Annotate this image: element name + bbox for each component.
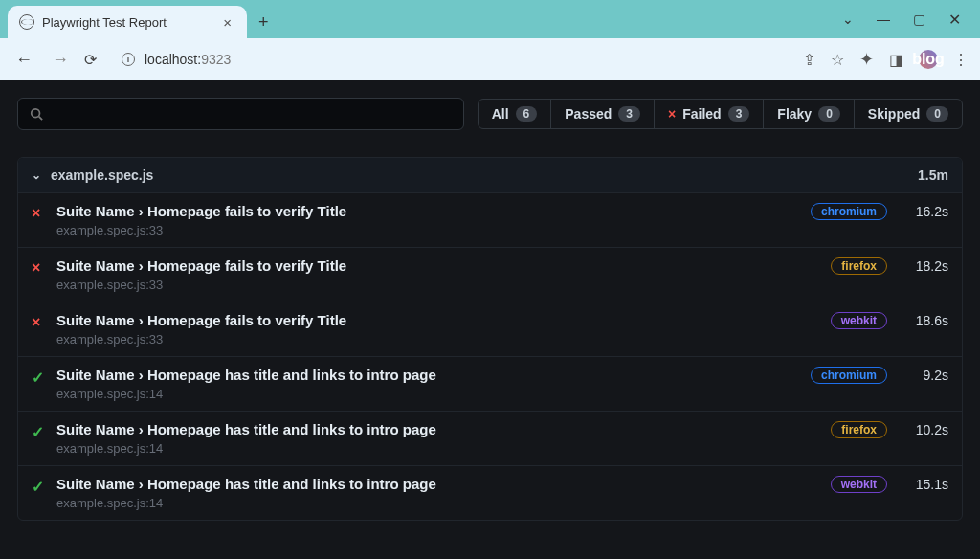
test-location: example.spec.js:14	[56, 441, 821, 456]
filter-all[interactable]: All 6	[479, 100, 552, 128]
test-title: Suite Name › Homepage fails to verify Ti…	[56, 257, 821, 274]
tab-strip: Playwright Test Report × +	[0, 0, 280, 38]
test-title: Suite Name › Homepage has title and link…	[56, 476, 821, 492]
test-duration: 15.1s	[908, 477, 948, 492]
check-icon: ✓	[32, 369, 47, 387]
filter-label: Passed	[565, 106, 612, 122]
test-meta: chromium9.2s	[811, 367, 948, 384]
filter-label: Failed	[682, 106, 721, 122]
nav-forward-button[interactable]: →	[48, 46, 73, 74]
bookmark-icon[interactable]: ☆	[831, 51, 844, 69]
count-badge: 0	[818, 106, 840, 122]
filter-skipped[interactable]: Skipped 0	[855, 100, 962, 128]
tab-close-icon[interactable]: ×	[219, 14, 235, 31]
filter-passed[interactable]: Passed 3	[551, 100, 655, 128]
test-location: example.spec.js:14	[56, 496, 821, 510]
filter-label: All	[492, 106, 509, 122]
address-text: localhost:9323	[145, 52, 231, 67]
count-badge: 6	[516, 106, 538, 122]
test-location: example.spec.js:14	[56, 387, 801, 401]
tab-title: Playwright Test Report	[42, 15, 167, 30]
test-row[interactable]: ✓Suite Name › Homepage has title and lin…	[18, 356, 962, 411]
search-input[interactable]	[17, 98, 464, 130]
toolbar-actions: ⇪ ☆ ✦ ◨ blog ⋮	[803, 49, 969, 70]
test-info: Suite Name › Homepage has title and link…	[56, 367, 801, 401]
browser-tab[interactable]: Playwright Test Report ×	[8, 6, 247, 38]
address-bar[interactable]: i localhost:9323	[108, 44, 791, 75]
test-title: Suite Name › Homepage has title and link…	[56, 421, 821, 437]
count-badge: 3	[728, 106, 750, 122]
test-location: example.spec.js:33	[56, 223, 801, 237]
test-info: Suite Name › Homepage has title and link…	[56, 421, 821, 456]
profile-extension-icon[interactable]: blog	[919, 50, 938, 69]
test-location: example.spec.js:33	[56, 278, 821, 292]
test-duration: 18.2s	[908, 258, 948, 274]
test-row[interactable]: ×Suite Name › Homepage fails to verify T…	[18, 192, 962, 247]
test-file-group: ⌄ example.spec.js 1.5m ×Suite Name › Hom…	[17, 157, 963, 521]
test-row[interactable]: ×Suite Name › Homepage fails to verify T…	[18, 302, 962, 356]
test-meta: webkit18.6s	[831, 312, 948, 329]
filter-label: Flaky	[777, 106, 812, 122]
window-controls: ⌄ — ▢ ✕	[823, 11, 980, 29]
test-row[interactable]: ×Suite Name › Homepage fails to verify T…	[18, 247, 962, 302]
browser-badge: webkit	[831, 312, 887, 329]
extensions-icon[interactable]: ✦	[859, 49, 874, 70]
test-title: Suite Name › Homepage fails to verify Ti…	[56, 203, 801, 219]
report-body: All 6 Passed 3 × Failed 3 Flaky 0 Skippe…	[0, 80, 980, 559]
test-meta: chromium16.2s	[811, 203, 948, 220]
reload-button[interactable]: ⟳	[84, 51, 97, 69]
test-duration: 18.6s	[908, 313, 948, 328]
test-duration: 10.2s	[908, 422, 948, 437]
test-info: Suite Name › Homepage fails to verify Ti…	[56, 203, 801, 237]
browser-badge: chromium	[811, 367, 887, 384]
browser-badge: firefox	[831, 421, 887, 438]
menu-icon[interactable]: ⋮	[953, 51, 969, 69]
test-meta: firefox18.2s	[831, 257, 948, 275]
test-info: Suite Name › Homepage fails to verify Ti…	[56, 312, 821, 347]
status-filters: All 6 Passed 3 × Failed 3 Flaky 0 Skippe…	[478, 99, 963, 129]
x-icon: ×	[32, 259, 47, 277]
test-info: Suite Name › Homepage has title and link…	[56, 476, 821, 510]
file-duration: 1.5m	[918, 168, 948, 183]
file-name: example.spec.js	[51, 168, 153, 183]
maximize-button[interactable]: ▢	[913, 11, 925, 27]
test-row[interactable]: ✓Suite Name › Homepage has title and lin…	[18, 411, 962, 465]
test-meta: webkit15.1s	[831, 476, 948, 493]
browser-badge: webkit	[831, 476, 887, 493]
test-meta: firefox10.2s	[831, 421, 948, 438]
test-location: example.spec.js:33	[56, 332, 821, 347]
check-icon: ✓	[32, 478, 47, 496]
close-window-button[interactable]: ✕	[948, 11, 961, 29]
test-duration: 16.2s	[908, 204, 948, 219]
window-titlebar: Playwright Test Report × + ⌄ — ▢ ✕	[0, 0, 980, 38]
x-icon: ×	[668, 106, 676, 122]
chevron-down-icon: ⌄	[32, 168, 41, 182]
check-icon: ✓	[32, 423, 47, 441]
test-row[interactable]: ✓Suite Name › Homepage has title and lin…	[18, 465, 962, 520]
x-icon: ×	[32, 314, 47, 331]
site-info-icon[interactable]: i	[122, 53, 135, 66]
filter-flaky[interactable]: Flaky 0	[764, 100, 855, 128]
count-badge: 3	[618, 106, 640, 122]
minimize-button[interactable]: —	[877, 11, 890, 27]
search-icon	[30, 107, 43, 121]
filter-failed[interactable]: × Failed 3	[655, 100, 764, 128]
x-icon: ×	[32, 205, 47, 222]
svg-line-1	[39, 117, 43, 121]
test-title: Suite Name › Homepage fails to verify Ti…	[56, 312, 821, 328]
chevron-down-icon[interactable]: ⌄	[842, 11, 854, 27]
svg-point-0	[32, 109, 40, 118]
sidepanel-icon[interactable]: ◨	[889, 51, 903, 69]
test-duration: 9.2s	[908, 368, 948, 383]
browser-badge: chromium	[811, 203, 887, 220]
share-icon[interactable]: ⇪	[803, 51, 815, 69]
new-tab-button[interactable]: +	[247, 12, 280, 33]
browser-badge: firefox	[831, 257, 887, 275]
test-title: Suite Name › Homepage has title and link…	[56, 367, 801, 383]
count-badge: 0	[926, 106, 948, 122]
test-info: Suite Name › Homepage fails to verify Ti…	[56, 257, 821, 292]
browser-toolbar: ← → ⟳ i localhost:9323 ⇪ ☆ ✦ ◨ blog ⋮	[0, 38, 980, 80]
file-header[interactable]: ⌄ example.spec.js 1.5m	[18, 158, 962, 192]
filter-label: Skipped	[868, 106, 920, 122]
nav-back-button[interactable]: ←	[11, 46, 36, 74]
